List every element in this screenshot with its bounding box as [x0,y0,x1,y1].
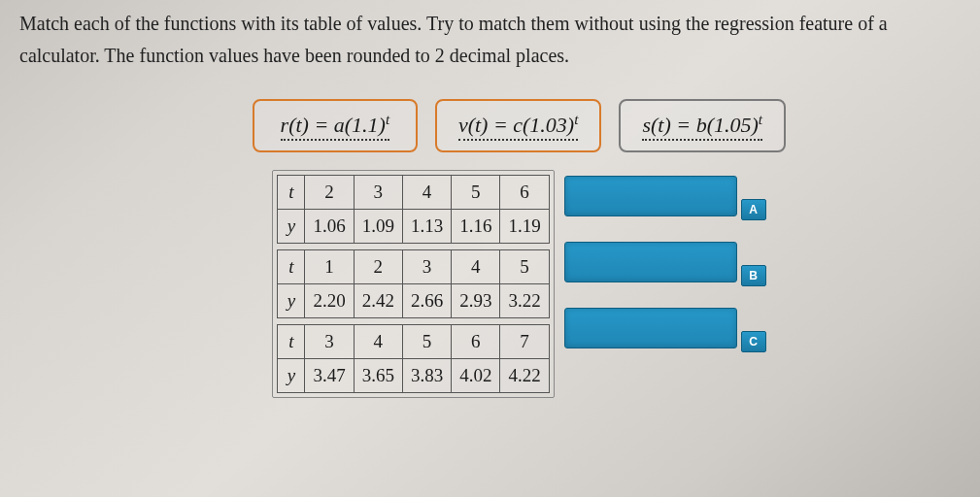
dropzone-c[interactable] [564,308,737,348]
y-header: y [278,359,305,393]
t-cell: 5 [500,250,549,284]
t-cell: 4 [354,325,402,359]
y-cell: 2.42 [354,284,402,318]
t-cell: 7 [500,325,549,359]
function-s-draggable[interactable]: s(t) = b(1.05)t [619,99,786,152]
dropzones-column: A B C [564,170,766,358]
y-cell: 3.83 [402,359,451,393]
dropzone-b[interactable] [564,242,737,282]
y-cell: 3.47 [305,359,354,393]
value-table-b: t 1 2 3 4 5 y 2.20 2.42 2.66 2.93 3.22 [277,249,549,318]
y-header: y [278,284,305,318]
dropzone-label-c: C [741,331,766,352]
dropzone-label-a: A [741,199,766,220]
t-cell: 4 [452,250,500,284]
t-header: t [278,176,305,210]
t-cell: 3 [305,325,354,359]
y-cell: 1.09 [354,210,402,244]
dropzone-label-b: B [741,265,766,286]
y-cell: 1.13 [402,210,451,244]
y-cell: 1.06 [305,210,354,244]
draggable-functions-row: r(t) = a(1.1)t v(t) = c(1.03)t s(t) = b(… [253,99,786,152]
t-cell: 6 [500,176,549,210]
t-cell: 2 [305,176,354,210]
y-cell: 2.20 [305,284,354,318]
value-table-a: t 2 3 4 5 6 y 1.06 1.09 1.13 1.16 1.19 [277,175,549,244]
dropzone-a[interactable] [564,176,737,216]
t-cell: 3 [354,176,402,210]
y-cell: 4.22 [500,359,549,393]
question-text: Match each of the functions with its tab… [19,8,961,72]
t-cell: 2 [354,250,402,284]
y-cell: 1.19 [500,210,549,244]
t-cell: 6 [452,325,500,359]
y-cell: 3.65 [354,359,402,393]
y-cell: 2.66 [402,284,451,318]
t-cell: 1 [305,250,354,284]
y-cell: 2.93 [452,284,500,318]
t-cell: 3 [402,250,451,284]
t-header: t [278,250,305,284]
function-r-draggable[interactable]: r(t) = a(1.1)t [253,99,418,152]
t-cell: 4 [402,176,451,210]
function-v-draggable[interactable]: v(t) = c(1.03)t [435,99,602,152]
value-table-c: t 3 4 5 6 7 y 3.47 3.65 3.83 4.02 4.22 [277,324,549,393]
tables-column: t 2 3 4 5 6 y 1.06 1.09 1.13 1.16 1.19 [272,170,554,398]
y-header: y [278,210,305,244]
y-cell: 4.02 [452,359,500,393]
t-cell: 5 [402,325,451,359]
y-cell: 1.16 [452,210,500,244]
t-cell: 5 [452,176,500,210]
t-header: t [278,325,305,359]
y-cell: 3.22 [500,284,549,318]
